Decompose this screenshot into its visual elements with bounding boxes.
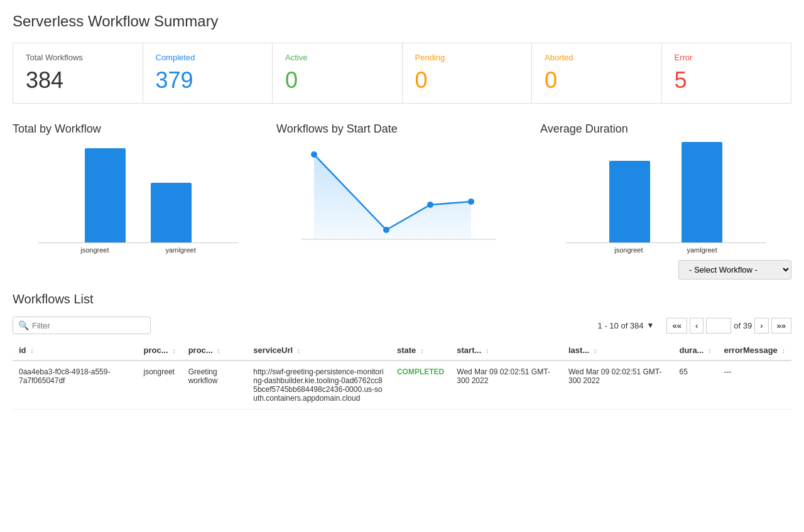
bar-yamlgreet-rect [151,183,192,242]
card-completed-value: 379 [156,67,260,94]
cell-start: Wed Mar 09 02:02:51 GMT-300 2022 [450,361,562,410]
card-error-value: 5 [675,67,779,94]
card-active: Active 0 [273,43,403,104]
page-nav: «« ‹ 1 of 39 › »» [666,318,791,334]
col-id: id ↕ [13,340,138,361]
card-error-label: Error [675,53,779,62]
dur-bar-jsongreet [609,161,650,242]
sort-icon-last[interactable]: ↕ [594,347,597,354]
card-active-value: 0 [285,67,389,94]
bar-yamlgreet [151,183,192,242]
cell-state: COMPLETED [391,361,450,410]
prev-page-button[interactable]: ‹ [690,318,704,334]
charts-row: Total by Workflow jsongreet yamlgreet Wo… [13,122,791,254]
avg-duration-chart: Average Duration jsongreet yamlgreet [540,122,791,254]
col-duration: dura... ↕ [673,340,717,361]
total-pages-label: of 39 [734,321,752,330]
table-header-row: id ↕ proc... ↕ proc... ↕ serviceUrl ↕ st… [13,340,791,361]
bar-label-yamlgreet: yamlgreet [165,246,195,254]
workflows-list-section: Workflows List 🔍 1 - 10 of 384 ▼ «« ‹ 1 … [13,292,791,410]
sort-icon-state[interactable]: ↕ [420,347,424,354]
card-pending-value: 0 [415,67,519,94]
by-start-date-title: Workflows by Start Date [276,122,528,136]
sort-icon-start[interactable]: ↕ [486,347,489,354]
pagination-info: 1 - 10 of 384 ▼ [598,321,655,330]
table-body: 0aa4eba3-f0c8-4918-a559-7a7f065047df jso… [13,361,791,410]
page-number-input[interactable]: 1 [706,318,731,334]
pagination-display: 1 - 10 of 384 [598,321,644,330]
sort-icon-proc1[interactable]: ↕ [172,347,176,354]
cell-serviceurl: http://swf-greeting-persistence-monitori… [247,361,391,410]
col-serviceurl: serviceUrl ↕ [247,340,391,361]
sort-icon-id[interactable]: ↕ [30,347,34,354]
col-error: errorMessage ↕ [718,340,791,361]
col-proc1: proc... ↕ [138,340,182,361]
cell-last: Wed Mar 09 02:02:51 GMT-300 2022 [562,361,673,410]
col-proc2: proc... ↕ [182,340,247,361]
sort-icon-serviceurl[interactable]: ↕ [297,347,301,354]
col-last: last... ↕ [562,340,673,361]
last-page-button[interactable]: »» [771,318,791,334]
filter-input[interactable] [32,321,145,330]
dot-4 [468,198,474,205]
card-pending: Pending 0 [403,43,533,104]
cell-duration: 65 [673,361,717,410]
avg-duration-title: Average Duration [540,122,791,136]
list-controls: 🔍 1 - 10 of 384 ▼ «« ‹ 1 of 39 › »» [13,317,791,334]
pagination-dropdown-icon[interactable]: ▼ [647,321,655,330]
col-start: start... ↕ [450,340,562,361]
total-by-workflow-chart: Total by Workflow jsongreet yamlgreet [13,122,276,254]
filter-input-container: 🔍 [13,317,151,334]
card-completed: Completed 379 [143,43,273,104]
card-error: Error 5 [662,43,792,104]
page-title: Serverless Workflow Summary [13,13,791,30]
cell-error: --- [718,361,791,410]
sort-icon-duration[interactable]: ↕ [708,347,712,354]
first-page-button[interactable]: «« [666,318,687,334]
dot-3 [427,202,433,208]
col-state: state ↕ [391,340,450,361]
bar-jsongreet-rect [85,148,126,242]
bar-label-jsongreet: jsongreet [80,246,109,254]
card-aborted-value: 0 [545,67,649,94]
card-total-label: Total Workflows [26,53,130,62]
table-header: id ↕ proc... ↕ proc... ↕ serviceUrl ↕ st… [13,340,791,361]
cell-proc2: Greeting workflow [182,361,247,410]
bar-jsongreet [85,148,126,242]
card-completed-label: Completed [156,53,260,62]
next-page-button[interactable]: › [754,318,768,334]
card-pending-label: Pending [415,53,519,62]
dur-label-jsongreet: jsongreet [614,246,643,254]
select-workflow-dropdown[interactable]: - Select Workflow - jsongreet yamlgreet [678,260,791,280]
dur-bar-yamlgreet [682,142,722,242]
sort-icon-proc2[interactable]: ↕ [217,347,220,354]
workflows-list-title: Workflows List [13,292,791,307]
card-total-value: 384 [26,67,130,94]
by-start-date-chart: Workflows by Start Date [276,122,540,254]
dur-bar-yamlgreet-rect [682,142,722,242]
cell-proc1: jsongreet [138,361,182,410]
summary-cards: Total Workflows 384 Completed 379 Active… [13,43,791,104]
sort-icon-error[interactable]: ↕ [781,347,785,354]
card-active-label: Active [285,53,389,62]
cell-id: 0aa4eba3-f0c8-4918-a559-7a7f065047df [13,361,138,410]
dot-2 [383,227,389,233]
dot-1 [311,151,317,158]
total-by-workflow-title: Total by Workflow [13,122,264,136]
dur-bar-jsongreet-rect [609,161,650,242]
search-icon: 🔍 [18,320,29,330]
dur-label-yamlgreet: yamlgreet [687,246,717,254]
workflows-table: id ↕ proc... ↕ proc... ↕ serviceUrl ↕ st… [13,340,791,410]
line-chart-svg: Week 09 Mar Week 16 Mar Week 23 Mar Week… [276,142,509,242]
table-row: 0aa4eba3-f0c8-4918-a559-7a7f065047df jso… [13,361,791,410]
card-aborted-label: Aborted [545,53,649,62]
select-workflow-container: - Select Workflow - jsongreet yamlgreet [13,260,791,280]
card-aborted: Aborted 0 [532,43,662,104]
card-total: Total Workflows 384 [13,43,143,104]
page-input-group: 1 of 39 [706,318,752,334]
